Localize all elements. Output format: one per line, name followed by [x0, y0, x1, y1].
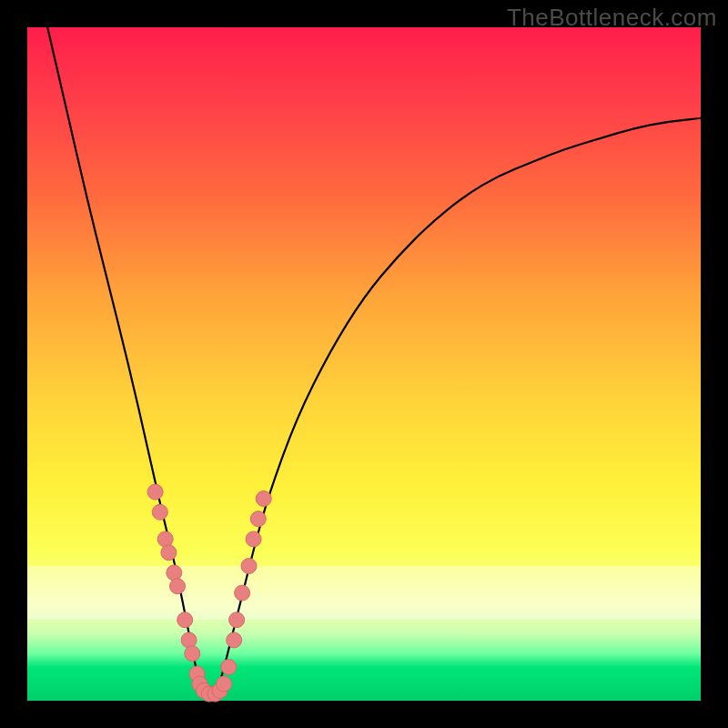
bottleneck-curve	[47, 27, 701, 699]
marker-dot	[229, 612, 245, 628]
marker-dot	[185, 646, 200, 662]
chart-frame: TheBottleneck.com	[0, 0, 728, 728]
marker-dot	[227, 632, 242, 648]
plot-area	[27, 27, 701, 701]
marker-dot	[250, 511, 266, 527]
marker-dot	[157, 531, 173, 547]
marker-dot	[177, 612, 193, 628]
marker-dot	[161, 545, 177, 561]
marker-dot	[256, 491, 271, 507]
marker-dot	[170, 579, 186, 594]
marker-dot	[221, 660, 237, 675]
marker-dot	[246, 531, 261, 547]
marker-dots	[147, 484, 271, 702]
marker-dot	[152, 504, 167, 520]
marker-dot	[235, 585, 250, 601]
marker-dot	[181, 632, 197, 648]
marker-dot	[167, 565, 182, 581]
curve-svg	[27, 27, 701, 701]
marker-dot	[147, 484, 163, 500]
marker-dot	[241, 559, 257, 574]
marker-dot	[217, 676, 232, 692]
